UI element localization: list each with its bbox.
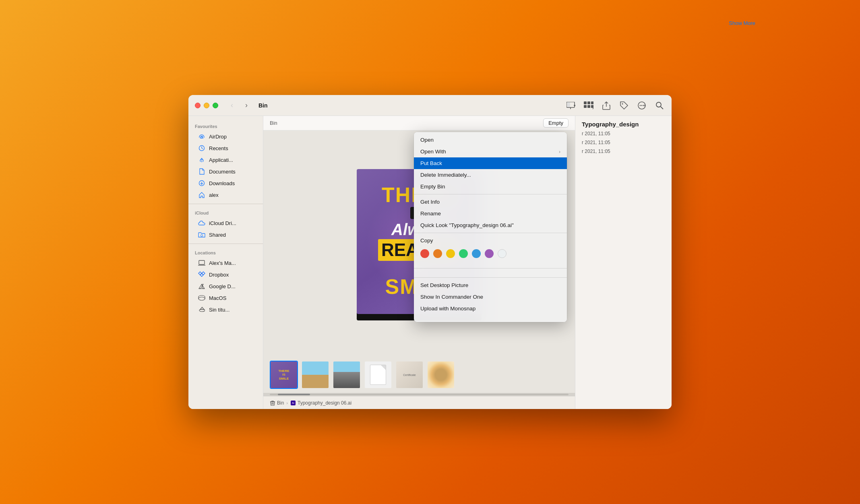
grid-view-icon[interactable] [583, 100, 594, 111]
svg-point-9 [622, 103, 623, 104]
tag-red[interactable] [420, 249, 429, 258]
cm-tags[interactable] [414, 261, 567, 266]
thumb-2[interactable] [301, 361, 329, 389]
nav-buttons: ‹ › [226, 100, 252, 111]
svg-marker-26 [200, 273, 203, 277]
cm-sep-2 [414, 233, 567, 233]
minimize-button[interactable] [204, 103, 209, 108]
thumb-3[interactable] [333, 361, 361, 389]
sidebar-item-airdrop[interactable]: AirDrop [192, 131, 260, 142]
svg-rect-7 [587, 105, 590, 108]
context-menu: Open Open With › Put Back Delete Immedia… [414, 132, 567, 322]
sidebar-item-sin-titulo[interactable]: Sin títu... [192, 304, 260, 315]
sidebar-dropbox-label: Dropbox [209, 272, 229, 278]
cm-show-commander[interactable]: Upload with Monosnap [414, 303, 567, 314]
svg-text:Ai: Ai [292, 402, 294, 404]
thumbnail-strip: THEREISSMILE Certificate [263, 357, 575, 393]
cm-copy[interactable]: Copy [414, 235, 567, 246]
locations-label: Locations [188, 247, 263, 257]
share-icon[interactable] [601, 100, 612, 111]
sidebar-item-downloads[interactable]: Downloads [192, 178, 260, 189]
dropbox-icon [198, 271, 205, 278]
sidebar-sin-titulo-label: Sin títu... [209, 307, 229, 313]
cm-sep-3 [414, 268, 567, 269]
content-area: Bin Empty THERE IS Always [263, 116, 575, 409]
scrollbar-area [263, 393, 575, 396]
more-options-icon[interactable] [636, 100, 647, 111]
titlebar: ‹ › Bin [188, 95, 672, 116]
svg-rect-8 [591, 105, 593, 108]
cm-put-back[interactable]: Put Back [414, 157, 567, 169]
cm-show-preview[interactable] [414, 270, 567, 276]
thumb-6[interactable] [427, 361, 455, 389]
sidebar-item-applications[interactable]: Applicati... [192, 154, 260, 165]
scrollbar-thumb[interactable] [278, 394, 310, 395]
sidebar-google-label: Google D... [209, 283, 236, 289]
tag-yellow[interactable] [446, 249, 455, 258]
tag-green[interactable] [459, 249, 468, 258]
cm-open-monosnap[interactable]: Set Desktop Picture [414, 279, 567, 291]
sidebar-item-shared[interactable]: Shared [192, 229, 260, 240]
svg-rect-5 [591, 101, 593, 104]
path-bin-label: Bin [277, 400, 284, 406]
sidebar-item-google-drive[interactable]: Google D... [192, 281, 260, 292]
cm-upload-monosnap[interactable] [414, 314, 567, 320]
sidebar-documents-label: Documents [209, 169, 236, 175]
sidebar-item-alexs-mac[interactable]: Alex's Ma... [192, 257, 260, 269]
cm-sep-1 [414, 194, 567, 194]
tag-purple[interactable] [485, 249, 494, 258]
doc-icon [198, 168, 205, 175]
cm-open-with[interactable]: Open With › [414, 146, 567, 157]
sidebar-icloud-label: iCloud Dri... [209, 220, 236, 226]
tag-orange[interactable] [433, 249, 442, 258]
traffic-lights [195, 103, 218, 108]
cm-rename[interactable]: Rename [414, 208, 567, 219]
cm-delete-immediately[interactable]: Delete Immediately... [414, 169, 567, 181]
finder-window: ‹ › Bin [188, 95, 672, 409]
breadcrumb-text: Bin [270, 120, 277, 126]
favourites-label: Favourites [188, 121, 263, 130]
sidebar-item-alex[interactable]: alex [192, 189, 260, 200]
tag-blue[interactable] [472, 249, 481, 258]
svg-rect-22 [199, 260, 205, 264]
back-button[interactable]: ‹ [226, 100, 238, 111]
close-button[interactable] [195, 103, 201, 108]
sidebar-item-documents[interactable]: Documents [192, 166, 260, 177]
forward-button[interactable]: › [241, 100, 252, 111]
tag-icon[interactable] [618, 100, 630, 111]
path-bar: Bin › Ai Typography_design 06.ai [263, 396, 575, 409]
panel-date-2: r 2021, 11:05 [575, 138, 672, 147]
svg-point-28 [198, 297, 205, 300]
sidebar-item-icloud[interactable]: iCloud Dri... [192, 217, 260, 229]
sidebar-item-macos[interactable]: MacOS [192, 292, 260, 304]
empty-button[interactable]: Empty [543, 118, 569, 128]
cm-quick-look[interactable]: Quick Look "Typography_design 06.ai" [414, 219, 567, 231]
drive-icon [198, 294, 205, 302]
svg-point-21 [201, 235, 203, 237]
cm-get-info[interactable]: Get Info [414, 196, 567, 208]
google-drive-icon [198, 283, 205, 290]
svg-point-12 [641, 105, 643, 106]
thumb-1[interactable]: THEREISSMILE [270, 361, 298, 389]
thumb-4[interactable] [364, 361, 392, 389]
svg-point-11 [640, 105, 641, 106]
thumb-5[interactable]: Certificate [395, 361, 424, 389]
home-icon [198, 191, 205, 198]
svg-point-18 [201, 159, 203, 160]
maximize-button[interactable] [213, 103, 218, 108]
cm-open[interactable]: Open [414, 134, 567, 146]
sidebar-applications-label: Applicati... [209, 157, 233, 163]
bin-icon [270, 400, 275, 406]
cm-set-desktop[interactable]: Show In Commander One [414, 291, 567, 303]
search-icon[interactable] [654, 100, 665, 111]
sidebar-airdrop-label: AirDrop [209, 134, 227, 140]
airdrop-icon [198, 133, 205, 140]
sidebar-recents-label: Recents [209, 145, 228, 151]
ai-file-icon: Ai [290, 400, 296, 406]
view-options-icon[interactable] [565, 100, 577, 111]
cm-empty-bin[interactable]: Empty Bin [414, 181, 567, 192]
sidebar-item-recents[interactable]: Recents [192, 143, 260, 154]
tag-none[interactable] [498, 249, 506, 258]
open-with-chevron-icon: › [559, 149, 560, 155]
sidebar-item-dropbox[interactable]: Dropbox [192, 269, 260, 280]
